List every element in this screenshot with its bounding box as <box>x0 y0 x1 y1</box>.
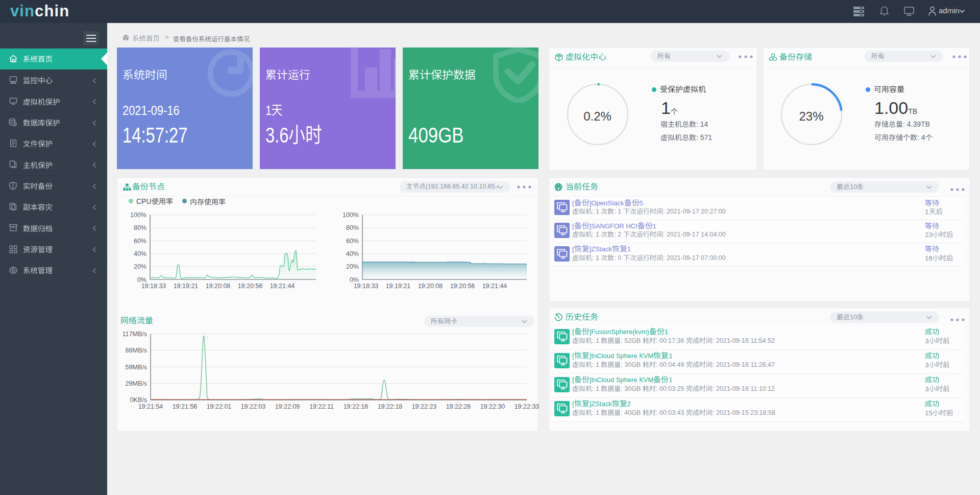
svg-text:29MB/s: 29MB/s <box>126 380 147 387</box>
svg-text:19:22:33: 19:22:33 <box>514 403 540 410</box>
svg-text:60%: 60% <box>346 238 359 245</box>
svg-text:19:19:21: 19:19:21 <box>386 282 411 290</box>
svg-text:59MB/s: 59MB/s <box>126 364 147 371</box>
svg-text:19:18:33: 19:18:33 <box>354 282 379 290</box>
svg-text:19:20:08: 19:20:08 <box>206 282 231 290</box>
svg-text:19:22:18: 19:22:18 <box>378 403 403 410</box>
svg-text:19:22:11: 19:22:11 <box>309 403 334 410</box>
svg-text:20%: 20% <box>346 263 359 270</box>
svg-text:40%: 40% <box>134 250 146 257</box>
svg-text:40%: 40% <box>346 250 359 257</box>
svg-text:80%: 80% <box>346 224 359 231</box>
svg-text:19:21:56: 19:21:56 <box>173 403 198 410</box>
svg-text:117MB/s: 117MB/s <box>122 331 147 338</box>
svg-text:100%: 100% <box>130 211 146 219</box>
svg-text:100%: 100% <box>342 211 359 219</box>
svg-text:19:18:33: 19:18:33 <box>141 282 166 290</box>
svg-text:19:21:44: 19:21:44 <box>482 282 507 290</box>
svg-text:19:21:54: 19:21:54 <box>138 403 163 410</box>
svg-text:60%: 60% <box>134 238 146 245</box>
svg-text:20%: 20% <box>134 263 146 270</box>
svg-text:19:22:03: 19:22:03 <box>241 403 266 410</box>
svg-text:19:22:16: 19:22:16 <box>344 403 369 410</box>
svg-text:19:22:09: 19:22:09 <box>275 403 300 410</box>
svg-text:88MB/s: 88MB/s <box>126 347 147 354</box>
svg-text:19:22:30: 19:22:30 <box>480 403 505 410</box>
svg-text:19:22:26: 19:22:26 <box>446 403 471 410</box>
svg-text:19:20:56: 19:20:56 <box>238 282 263 290</box>
svg-text:19:20:08: 19:20:08 <box>418 282 443 290</box>
svg-text:80%: 80% <box>134 224 146 231</box>
svg-text:19:21:44: 19:21:44 <box>270 282 295 290</box>
svg-text:19:22:01: 19:22:01 <box>207 403 232 410</box>
svg-text:19:19:21: 19:19:21 <box>174 282 199 290</box>
svg-text:19:20:56: 19:20:56 <box>450 282 475 290</box>
svg-text:19:22:23: 19:22:23 <box>412 403 437 410</box>
